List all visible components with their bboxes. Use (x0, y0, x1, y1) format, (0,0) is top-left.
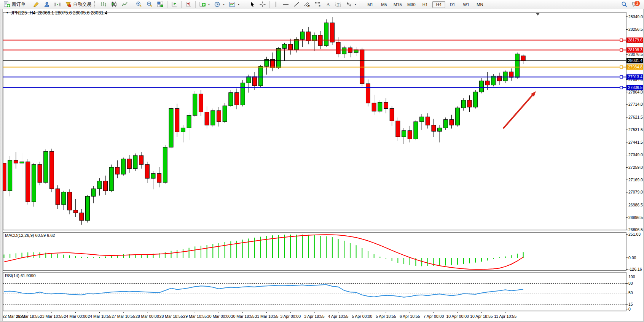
macd-plot[interactable] (3, 232, 626, 271)
price-tick-label: 27259.0 (628, 165, 643, 170)
main-chart-plot[interactable] (3, 12, 626, 230)
price-label-text: 28108.3 (628, 48, 642, 52)
price-label-text: 28031.4 (628, 58, 642, 63)
macd-tick-label: 0.00 (628, 255, 636, 260)
rsi-tick-label: 80 (628, 281, 633, 286)
macd-tick-label: -126.16 (628, 267, 642, 271)
window-frame-left (0, 9, 3, 322)
price-tick-label: 27441.5 (628, 140, 643, 144)
macd-tick-label: 251.03 (628, 232, 641, 236)
price-tick-label: 27621.5 (628, 115, 643, 119)
price-label-text: 27984.8 (628, 65, 642, 69)
price-tick-label: 27804.0 (628, 90, 643, 94)
rsi-plot[interactable] (3, 272, 626, 311)
rsi-tick-label: 100 (628, 274, 635, 279)
price-tick-label: 26896.5 (628, 215, 643, 220)
price-label-text: 27913.4 (628, 75, 642, 79)
price-tick-label: 27079.0 (628, 190, 643, 194)
price-tick-label: 28349.0 (628, 14, 643, 19)
price-tick-label: 27714.0 (628, 102, 643, 106)
price-tick-label: 27169.0 (628, 178, 643, 182)
price-tick-label: 27531.5 (628, 127, 643, 132)
time-axis[interactable] (3, 312, 644, 321)
rsi-tick-label: 15 (628, 302, 633, 306)
rsi-tick-label: 50 (628, 290, 633, 295)
price-tick-label: 26986.5 (628, 203, 643, 207)
price-label-text: 28179.6 (628, 38, 642, 42)
price-tick-label: 28256.5 (628, 27, 643, 32)
price-tick-label: 26806.5 (628, 227, 643, 232)
rsi-tick-label: 0 (628, 307, 631, 311)
price-tick-label: 27349.0 (628, 152, 643, 157)
price-label-text: 27836.5 (628, 85, 642, 90)
